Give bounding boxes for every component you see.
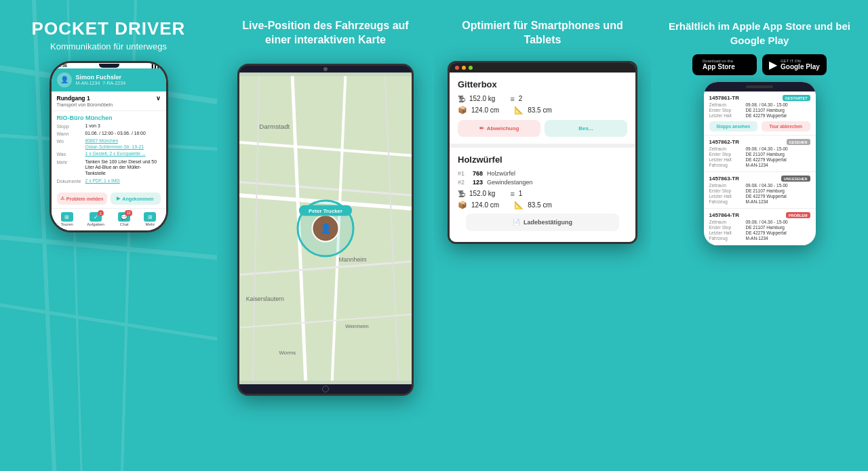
holzwurfel-height: 83.5 cm: [528, 201, 552, 209]
googleplay-button[interactable]: ▶ GET IT ON Google Play: [762, 54, 827, 75]
size-icon-2: 📦: [458, 201, 467, 209]
nav-aufgaben-label: Aufgaben: [87, 222, 104, 226]
svg-text:Worms: Worms: [279, 349, 296, 355]
piece-row-1: #1 768 Holzwürfel: [458, 170, 627, 177]
store-buttons: Download on the App Store ▶ GET IT ON Go…: [692, 54, 827, 75]
nav-mehr[interactable]: ⊞ Mehr: [144, 212, 156, 226]
bestaetigung-button[interactable]: Bes...: [545, 120, 627, 137]
appstore-button[interactable]: Download on the App Store: [692, 54, 757, 75]
gitterbox-length: 124.0 cm: [471, 106, 499, 114]
tour-section: Rundgang 1 ∨ Transport von Büromöbeln: [52, 91, 166, 111]
chevron-down-icon: ∨: [156, 95, 161, 102]
edit-icon: ✏: [479, 125, 484, 131]
panel-4: Erhältlich im Apple App Store und bei Go…: [651, 0, 868, 471]
app-subtitle: Kommunikation für unterwegs: [50, 41, 167, 52]
panel-4-title: Erhältlich im Apple App Store und bei Go…: [665, 19, 854, 47]
status-badge-3: UNGESEHEN: [781, 176, 810, 182]
user-bar: 👤 Simon Fuchsler M-AN-1234 7-RA-2234: [52, 68, 166, 91]
weight-icon: 🗜: [458, 95, 465, 103]
nav-touren-label: Touren: [61, 222, 73, 226]
aufgaben-badge: 1: [98, 210, 104, 216]
height-icon: 📐: [514, 106, 524, 115]
svg-text:👤: 👤: [320, 222, 332, 234]
document-icon: 📄: [513, 219, 520, 226]
tour-abbrechen-button[interactable]: Tour abbrechen: [762, 121, 810, 131]
app-title: POCKET DRIVER: [32, 19, 186, 39]
holzwurfel-title: Holzwürfel: [458, 155, 627, 165]
nav-mehr-label: Mehr: [146, 222, 155, 226]
transport-list-phone: 1457861-TR GESTARTET Zeitraum 09.08. / 0…: [704, 82, 816, 245]
status-badge-2: GESEHEN: [787, 139, 810, 145]
transport-id-1: 1457861-TR: [709, 95, 739, 101]
arrow-right-icon: ▶: [117, 196, 120, 201]
svg-line-4: [0, 237, 217, 258]
transport-item-2: 1457862-TR GESEHEN Zeitraum 09.08. / 04.…: [704, 136, 816, 172]
gitterbox-height: 83.5 cm: [528, 106, 552, 114]
phone-mockup-1: 12:30 ▌▌▌ 👤 Simon Fuchsler M-AN-1234 7-R…: [50, 61, 168, 233]
nav-chat[interactable]: 💬 12 Chat: [118, 212, 130, 226]
holzwurfel-weight: 152.0 kg: [469, 190, 495, 197]
transport-id-3: 1457863-TR: [709, 176, 739, 182]
status-badge-4: PROBLEM: [786, 212, 810, 218]
problem-button[interactable]: ⚠ Problem melden: [57, 192, 107, 205]
warning-icon: ⚠: [60, 196, 64, 201]
transport-id-2: 1457862-TR: [709, 139, 739, 145]
mehr-icon: ⊞: [144, 212, 156, 222]
svg-text:Peter Trucker: Peter Trucker: [309, 207, 342, 213]
play-icon: ▶: [769, 58, 777, 71]
ladebestaetigung-button[interactable]: 📄 Ladebestätigung: [466, 213, 619, 231]
holzwurfel-length: 124.0 cm: [471, 201, 499, 209]
bottom-nav: ⊞ Touren ✓ 1 Aufgaben 💬 12 Cha: [52, 208, 166, 230]
status-badge-1: GESTARTET: [783, 95, 810, 101]
transport-item-3: 1457863-TR UNGESEHEN Zeitraum 09.08. / 0…: [704, 172, 816, 209]
avatar: 👤: [57, 73, 72, 87]
user-ids: M-AN-1234 7-RA-2234: [76, 81, 126, 85]
panel-3: Optimiert für Smartphones und Tablets Gi…: [434, 0, 651, 471]
layer-icon: ≡: [510, 95, 514, 103]
tour-name: Rundgang 1: [57, 95, 90, 102]
height-icon-2: 📐: [514, 201, 524, 209]
panel-2-title: Live-Position des Fahrzeugs auf einer in…: [231, 19, 420, 47]
gitterbox-title: Gitterbox: [458, 79, 627, 89]
panel-2: Live-Position des Fahrzeugs auf einer in…: [217, 0, 434, 471]
stopps-button[interactable]: Stopps ansehen: [709, 121, 758, 131]
action-buttons: ⚠ Problem melden ▶ Angekommen: [52, 189, 166, 208]
gitterbox-layers: 2: [519, 95, 523, 102]
user-info: Simon Fuchsler M-AN-1234 7-RA-2234: [76, 74, 126, 85]
holzwurfel-section: Holzwürfel #1 768 Holzwürfel #2 123 Gewi…: [450, 148, 635, 242]
size-icon: 📦: [458, 106, 467, 115]
svg-text:Darmstadt: Darmstadt: [259, 123, 290, 130]
gitterbox-section: Gitterbox 🗜 152.0 kg ≡ 2 📦 124.0 cm 📐 83…: [450, 73, 635, 144]
chat-badge: 12: [125, 210, 132, 216]
googleplay-text: GET IT ON Google Play: [781, 59, 820, 70]
nav-touren[interactable]: ⊞ Touren: [61, 212, 73, 226]
nav-aufgaben[interactable]: ✓ 1 Aufgaben: [87, 212, 104, 226]
svg-line-2: [34, 0, 54, 471]
appstore-text: Download on the App Store: [703, 59, 735, 70]
user-name: Simon Fuchsler: [76, 74, 126, 81]
phone-notch: [704, 82, 816, 91]
layer-icon-2: ≡: [510, 190, 514, 198]
gitterbox-weight: 152.0 kg: [469, 95, 495, 102]
map-screen: Darmstadt Kaiserslautern Mannheim Weinhe…: [239, 73, 412, 384]
svg-text:Kaiserslautern: Kaiserslautern: [246, 295, 284, 302]
home-button: [239, 384, 412, 394]
tablet-mockup: Darmstadt Kaiserslautern Mannheim Weinhe…: [237, 64, 414, 396]
piece-row-2: #2 123 Gewindestangen: [458, 179, 627, 186]
cargo-action-row: ✏ Abweichung Bes...: [458, 120, 627, 137]
transport-item-4: 1457864-TR PROBLEM Zeitraum 09.08. / 04.…: [704, 209, 816, 245]
stop-title: RIO-Büro München: [57, 115, 161, 121]
phone-screen: 12:30 ▌▌▌ 👤 Simon Fuchsler M-AN-1234 7-R…: [52, 63, 166, 231]
transport-item-1: 1457861-TR GESTARTET Zeitraum 09.08. / 0…: [704, 91, 816, 136]
touren-icon: ⊞: [61, 212, 73, 222]
nav-chat-label: Chat: [120, 222, 129, 226]
svg-line-6: [0, 305, 217, 339]
transport-id-4: 1457864-TR: [709, 212, 739, 218]
panel-3-title: Optimiert für Smartphones und Tablets: [448, 19, 637, 47]
weight-icon-2: 🗜: [458, 190, 465, 198]
abweichung-button[interactable]: ✏ Abweichung: [458, 120, 540, 137]
svg-text:Mannheim: Mannheim: [339, 255, 367, 262]
svg-text:Weinheim: Weinheim: [345, 323, 369, 329]
panel-1: POCKET DRIVER Kommunikation für unterweg…: [0, 0, 217, 471]
arrived-button[interactable]: ▶ Angekommen: [111, 192, 161, 205]
